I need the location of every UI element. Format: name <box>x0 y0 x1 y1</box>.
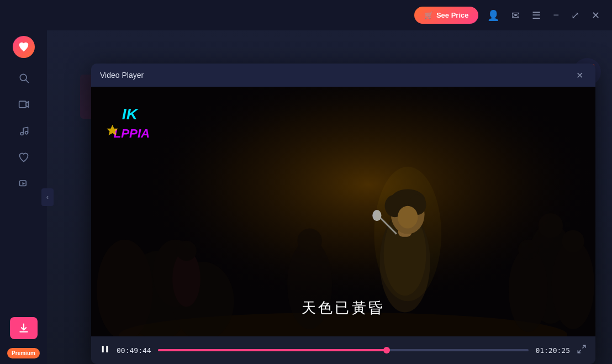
mail-icon[interactable]: ✉ <box>508 7 523 24</box>
svg-point-26 <box>562 230 584 252</box>
svg-point-24 <box>518 240 539 260</box>
menu-icon[interactable]: ☰ <box>529 7 544 24</box>
playlist-icon <box>18 178 29 189</box>
svg-rect-45 <box>106 346 108 352</box>
progress-filled <box>158 349 387 351</box>
cart-icon: 🛒 <box>424 11 433 19</box>
topbar: 🛒 See Price 👤 ✉ ☰ − ⤢ ✕ <box>0 0 612 30</box>
modal-title: Video Player <box>100 71 144 80</box>
download-button[interactable] <box>10 317 38 339</box>
heart-icon <box>18 41 30 53</box>
see-price-button[interactable]: 🛒 See Price <box>414 7 479 24</box>
sidebar-item-search[interactable] <box>10 67 38 89</box>
progress-bar[interactable] <box>158 349 529 351</box>
see-price-label: See Price <box>436 11 469 19</box>
modal-header: Video Player ✕ <box>91 64 595 87</box>
video-area: IK LPPIA 天色已黃昏 <box>91 87 595 336</box>
svg-text:IK: IK <box>122 105 139 123</box>
pause-button[interactable] <box>100 344 110 356</box>
svg-point-39 <box>374 167 441 301</box>
svg-point-28 <box>297 228 322 253</box>
total-time-label: 01:20:25 <box>535 346 570 355</box>
svg-point-25 <box>552 240 594 329</box>
svg-point-16 <box>97 240 152 336</box>
sidebar-item-music[interactable] <box>10 120 38 142</box>
background-content: 🚀 Video Player ✕ <box>47 30 612 364</box>
sidebar-item-video[interactable] <box>10 93 38 115</box>
svg-point-27 <box>287 240 332 329</box>
search-icon <box>18 72 29 83</box>
svg-line-47 <box>578 350 581 353</box>
svg-text:LPPIA: LPPIA <box>114 126 150 140</box>
maximize-icon[interactable]: ⤢ <box>568 7 583 24</box>
premium-badge[interactable]: Premium <box>7 348 40 358</box>
sidebar-logo[interactable] <box>13 36 35 58</box>
music-icon <box>18 125 29 136</box>
video-player-modal: Video Player ✕ <box>91 64 595 364</box>
svg-point-20 <box>176 241 197 261</box>
video-icon <box>18 99 29 110</box>
svg-marker-10 <box>22 182 25 185</box>
svg-text:天色已黃昏: 天色已黃昏 <box>302 300 384 316</box>
svg-marker-3 <box>26 102 28 107</box>
heart-outline-icon <box>18 152 29 163</box>
content-area: 🚀 Video Player ✕ <box>47 30 612 364</box>
user-icon[interactable]: 👤 <box>484 7 503 24</box>
chevron-left-icon: ‹ <box>46 193 49 201</box>
fullscreen-button[interactable] <box>577 344 587 356</box>
minimize-icon[interactable]: − <box>550 7 562 23</box>
sidebar-item-playlist[interactable] <box>10 173 38 195</box>
svg-point-22 <box>539 213 563 238</box>
sidebar-item-favorites[interactable] <box>10 146 38 168</box>
pause-icon <box>100 344 110 354</box>
svg-line-46 <box>583 345 585 348</box>
sidebar-collapse-button[interactable]: ‹ <box>41 188 54 206</box>
current-time-label: 00:49:44 <box>117 346 151 355</box>
progress-thumb <box>383 347 390 354</box>
modal-close-button[interactable]: ✕ <box>572 68 587 82</box>
concert-scene: IK LPPIA 天色已黃昏 <box>91 87 595 336</box>
download-icon <box>18 323 29 334</box>
main-layout: ‹ <box>0 30 612 364</box>
svg-line-1 <box>25 80 28 83</box>
close-icon[interactable]: ✕ <box>588 7 603 24</box>
sidebar: ‹ <box>0 30 47 364</box>
controls-bar: 00:49:44 01:20:25 <box>91 336 595 364</box>
svg-point-23 <box>509 248 548 332</box>
fullscreen-icon <box>577 344 587 354</box>
svg-rect-2 <box>19 101 26 108</box>
svg-rect-44 <box>102 346 104 352</box>
svg-line-8 <box>23 127 28 128</box>
